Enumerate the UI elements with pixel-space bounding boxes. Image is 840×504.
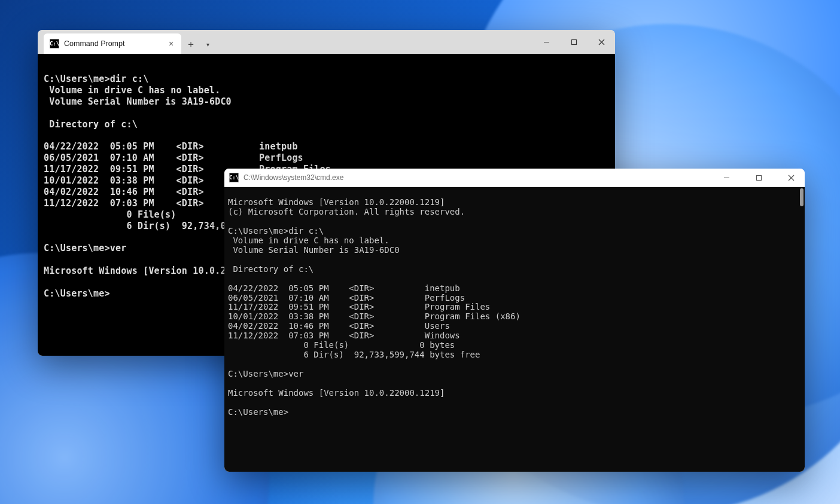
close-button[interactable] — [588, 30, 615, 54]
tab-label: Command Prompt — [64, 39, 161, 48]
chevron-down-icon: ▾ — [206, 41, 209, 48]
desktop-wallpaper: C:\ Command Prompt × ＋ ▾ C:\Users\me>dir — [0, 0, 840, 504]
window-title: C:\Windows\system32\cmd.exe — [244, 173, 708, 182]
maximize-icon — [571, 39, 577, 45]
minimize-button[interactable] — [532, 30, 560, 54]
minimize-button[interactable] — [713, 169, 740, 187]
cmd-icon: C:\ — [229, 173, 239, 182]
cmd-icon: C:\ — [50, 39, 59, 48]
maximize-button[interactable] — [745, 169, 772, 187]
close-icon — [598, 39, 605, 45]
tab-command-prompt[interactable]: C:\ Command Prompt × — [44, 33, 181, 54]
svg-rect-5 — [756, 175, 761, 180]
minimize-icon — [723, 175, 730, 181]
title-bar[interactable]: C:\ C:\Windows\system32\cmd.exe — [224, 169, 805, 187]
maximize-icon — [756, 175, 762, 181]
close-button[interactable] — [777, 169, 805, 187]
minimize-icon — [543, 39, 550, 45]
terminal-viewport[interactable]: Microsoft Windows [Version 10.0.22000.12… — [224, 187, 805, 472]
plus-icon: ＋ — [186, 38, 196, 51]
new-tab-button[interactable]: ＋ — [181, 35, 200, 54]
close-icon — [788, 175, 795, 181]
terminal-output: Microsoft Windows [Version 10.0.22000.12… — [228, 198, 801, 417]
cmd-exe-window[interactable]: C:\ C:\Windows\system32\cmd.exe Microsof… — [224, 169, 805, 472]
maximize-button[interactable] — [560, 30, 588, 54]
svg-rect-1 — [571, 39, 576, 44]
tab-close-icon[interactable]: × — [166, 39, 176, 48]
tab-dropdown-button[interactable]: ▾ — [200, 35, 215, 54]
scrollbar-thumb[interactable] — [800, 188, 804, 206]
title-bar[interactable]: C:\ Command Prompt × ＋ ▾ — [38, 30, 615, 54]
